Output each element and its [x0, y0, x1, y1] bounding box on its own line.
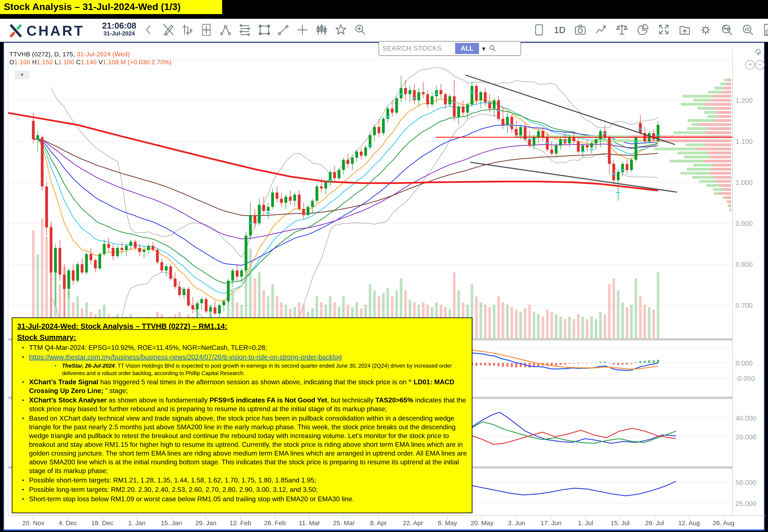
annotation-paragraph: Possible short-term targets: RM1.21, 1.2… [29, 476, 316, 485]
svg-text:1. Jan: 1. Jan [128, 519, 146, 526]
svg-text:25.000: 25.000 [736, 500, 756, 507]
search-box[interactable]: ALL ▾ [378, 41, 521, 56]
bullet-marker: • [17, 414, 29, 475]
bullet-marker: • [17, 378, 29, 395]
bullet-marker: • [17, 343, 29, 352]
crosshair-icon[interactable] [200, 23, 213, 37]
zoom-out-button[interactable]: − [755, 60, 765, 70]
xchart-logo-icon [7, 24, 24, 38]
abc-pattern-icon[interactable] [219, 23, 232, 37]
svg-text:4. Dec: 4. Dec [58, 519, 77, 526]
svg-text:6. May: 6. May [438, 519, 457, 526]
news-link[interactable]: https://www.thestar.com.my/business/busi… [29, 353, 342, 361]
svg-text:18. Dec: 18. Dec [91, 519, 113, 526]
trend-up-icon[interactable] [595, 23, 607, 37]
parallel-lines-icon[interactable] [239, 23, 251, 37]
chevron-down-icon[interactable]: ▾ [482, 45, 485, 52]
annotation-paragraph: Based on XChart daily technical view and… [29, 414, 467, 475]
svg-text:22. Apr: 22. Apr [403, 519, 423, 526]
bullet-marker: • [17, 476, 29, 485]
brand-text: CHART [26, 23, 84, 39]
svg-text:-0.050: -0.050 [736, 375, 755, 382]
svg-text:29. Jul: 29. Jul [645, 519, 664, 526]
svg-text:8. Apr: 8. Apr [370, 519, 387, 526]
annotation-paragraph: TTM Q4-Mar-2024: EPSG=10.92%, ROE=11.45%… [29, 343, 267, 352]
svg-text:1. Jul: 1. Jul [578, 519, 593, 526]
session-date: 31-Jul-2024 (Wed) [77, 51, 130, 58]
slow-oscillator-panel [473, 481, 676, 496]
symbol-info: TTVHB (0272), D, 175, [9, 51, 75, 58]
svg-text:11. Mar: 11. Mar [299, 519, 320, 526]
back-chevron-icon[interactable] [143, 23, 155, 37]
settings-gear-icon[interactable] [700, 23, 712, 37]
camera-icon[interactable] [574, 23, 587, 37]
bars-magnifier-icon[interactable] [742, 23, 754, 37]
bullet-marker: • [17, 485, 29, 494]
svg-text:50.000: 50.000 [736, 479, 756, 486]
clock: 21:06:08 31-Jul-2024 [102, 21, 136, 37]
svg-text:0.900: 0.900 [736, 220, 753, 227]
xchart-logo[interactable]: CHART [7, 23, 84, 39]
svg-text:25. Mar: 25. Mar [333, 519, 355, 526]
scales-icon[interactable] [616, 23, 628, 37]
svg-text:0.700: 0.700 [736, 302, 753, 309]
svg-text:15. Jul: 15. Jul [611, 519, 629, 526]
search-icon[interactable] [488, 44, 497, 53]
pie-chart-icon[interactable] [637, 23, 649, 37]
price-levels-icon[interactable] [181, 23, 193, 37]
page: { "banner": {"title": "Stock Analysis – … [0, 0, 768, 532]
svg-text:29. Jan: 29. Jan [195, 519, 216, 526]
fullscreen-icon[interactable] [658, 23, 670, 37]
time-axis-labels: 20. Nov4. Dec18. Dec1. Jan15. Jan29. Jan… [22, 516, 734, 526]
price-axis-labels: 1.2001.1001.0000.9000.8000.7000.000-0.05… [736, 97, 756, 507]
svg-text:12. Aug: 12. Aug [678, 519, 700, 526]
search-filter-chip[interactable]: ALL [455, 43, 479, 54]
bullet-marker: • [17, 396, 29, 413]
annotation-paragraph: TheStar, 26-Jul-2024: TT Vision Holdings… [62, 362, 467, 377]
refresh-icon[interactable]: ⟳ [753, 49, 763, 56]
svg-text:40.000: 40.000 [736, 414, 756, 422]
trendline-tool-icon[interactable] [277, 23, 289, 37]
clock-date: 31-Jul-2024 [102, 30, 136, 37]
svg-text:26. Feb: 26. Feb [264, 519, 286, 526]
svg-text:1.000: 1.000 [736, 179, 753, 186]
annotation-paragraph: Stock Summary: [17, 332, 467, 342]
toolbar: CHART 21:06:08 31-Jul-2024 ALL ▾ 1D [0, 19, 768, 42]
drawing-toolbar [143, 23, 366, 37]
bullet-marker: • [49, 362, 62, 377]
folder-upload-icon[interactable] [679, 23, 691, 37]
collapse-dropdown-button[interactable]: ▼ [15, 71, 29, 79]
svg-text:12. Feb: 12. Feb [229, 519, 251, 526]
hide-drawings-icon[interactable] [162, 23, 174, 37]
svg-text:0.800: 0.800 [736, 261, 753, 268]
timeframe-label[interactable]: 1D [554, 25, 566, 35]
svg-text:20.000: 20.000 [736, 433, 756, 441]
rectangle-tool-icon[interactable] [258, 23, 270, 37]
action-toolbar: 1D [533, 23, 768, 37]
svg-text:1.100: 1.100 [736, 138, 753, 145]
annotation-paragraph: 31-Jul-2024-Wed: Stock Analysis – TTVHB … [17, 321, 467, 331]
candlestick-tool-icon[interactable] [316, 23, 328, 37]
zoom-in-button[interactable]: + [745, 60, 755, 70]
annotation-paragraph: Possible long-term targets: RM2.20. 2.30… [29, 485, 318, 494]
bullet-marker: • [17, 495, 29, 503]
cross-tool-icon[interactable] [296, 23, 309, 37]
annotation-paragraph: https://www.thestar.com.my/business/busi… [29, 353, 342, 361]
analysis-annotation-box: 31-Jul-2024-Wed: Stock Analysis – TTVHB … [12, 317, 473, 513]
oscillator-panel [473, 412, 676, 444]
annotation-paragraph: XChart’s Stock Analyser as shown above i… [29, 396, 467, 413]
globe-search-icon[interactable] [721, 23, 733, 37]
report-icon[interactable] [762, 23, 768, 37]
search-input[interactable] [382, 44, 454, 53]
svg-text:20. May: 20. May [471, 519, 493, 526]
annotation-paragraph: XChart’s Trade Signal has triggered 5 re… [29, 378, 467, 395]
star-favorite-icon[interactable] [335, 23, 347, 37]
zoom-in-tool-icon[interactable] [354, 23, 366, 37]
svg-text:3. Jun: 3. Jun [508, 519, 525, 526]
clock-time: 21:06:08 [102, 21, 136, 30]
bullet-marker: • [17, 353, 29, 361]
svg-text:15. Jan: 15. Jan [161, 519, 182, 526]
wedge-trendline[interactable] [470, 162, 677, 192]
annotation-paragraph: Short-term stop loss below RM1.09 or wor… [29, 495, 354, 503]
window-icon[interactable] [533, 23, 546, 37]
